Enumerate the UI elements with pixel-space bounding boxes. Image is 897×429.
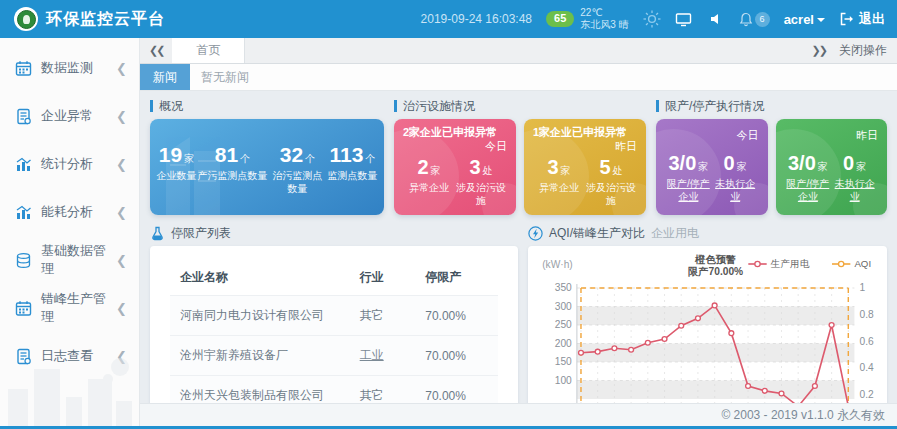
sidebar: 数据监测❮企业异常❮统计分析❮能耗分析❮基础数据管理❮错峰生产管理❮日志查看❮	[0, 38, 140, 429]
legend-item-production[interactable]: 生产用电	[748, 259, 810, 270]
card-stat-label[interactable]: 未执行企业	[831, 178, 878, 203]
svg-text:250: 250	[555, 320, 572, 331]
weather-text: 22℃ 东北风3 晴	[580, 7, 628, 32]
tabs-scroll-right-button[interactable]: ❯❯	[803, 44, 835, 57]
sun-icon	[643, 10, 661, 28]
period-label: 昨日	[533, 139, 637, 154]
overview-stat: 19家企业数量	[157, 143, 197, 183]
svg-text:生产用电: 生产用电	[770, 259, 810, 270]
logout-icon	[839, 12, 854, 26]
industry-value: 其它	[360, 308, 384, 322]
table-row: 河南同力电力设计有限公司其它70.00%	[170, 296, 498, 336]
aqi-chart-panel: 35030025020015010010.80.60.40.2(kW·h)橙色预…	[528, 246, 887, 426]
calendar-icon	[15, 300, 32, 317]
industry-value[interactable]: 工业	[360, 348, 384, 362]
svg-text:(kW·h): (kW·h)	[542, 259, 573, 270]
sidebar-item-5[interactable]: 基础数据管理❮	[0, 236, 139, 284]
card-stat-label[interactable]: 限产/停产企业	[785, 178, 832, 203]
period-label: 今日	[403, 139, 507, 154]
chevron-left-icon: ❮	[116, 109, 127, 124]
sidebar-item-2[interactable]: 企业异常❮	[0, 92, 139, 140]
limits-column-header: 企业名称	[170, 260, 354, 296]
logout-button[interactable]: 退出	[839, 10, 885, 28]
production-title: 限产/停产执行情况	[665, 98, 764, 115]
overview-stat: 32个治污监测点数量	[269, 143, 327, 195]
sidebar-item-4[interactable]: 能耗分析❮	[0, 188, 139, 236]
sidebar-item-6[interactable]: 错峰生产管理❮	[0, 284, 139, 332]
user-menu[interactable]: acrel	[784, 12, 825, 27]
app-title: 环保监控云平台	[46, 9, 165, 30]
news-bar: 新闻 暂无新闻	[140, 64, 897, 91]
company-name: 沧州宇新养殖设备厂	[170, 336, 354, 376]
treatment-title: 治污设施情况	[403, 98, 475, 115]
sidebar-item-label: 能耗分析	[41, 203, 93, 221]
card-stat-label: 涉及治污设施	[585, 182, 637, 207]
chevron-down-icon	[817, 18, 825, 22]
svg-text:0.4: 0.4	[860, 362, 875, 373]
svg-text:橙色预警: 橙色预警	[694, 254, 736, 265]
prod-card-昨日: 昨日3/0家限产/停产企业0家未执行企业	[776, 119, 888, 215]
card-stat: 0家未执行企业	[712, 152, 759, 203]
limits-column-header: 停限产	[419, 260, 498, 296]
sidebar-item-1[interactable]: 数据监测❮	[0, 44, 139, 92]
sidebar-item-label: 数据监测	[41, 59, 93, 77]
sidebar-item-label: 基础数据管理	[41, 242, 116, 278]
chevron-left-icon: ❮	[116, 61, 127, 76]
app-logo-icon	[14, 7, 38, 31]
news-badge: 新闻	[140, 64, 190, 90]
main-area: ❮❮ 首页 ❯❯ 关闭操作 新闻 暂无新闻 概况	[140, 38, 897, 429]
overview-card: 19家企业数量81个产污监测点数量32个治污监测点数量113个监测点数量	[150, 119, 384, 215]
chevron-left-icon: ❮	[116, 157, 127, 172]
legend-item-aqi[interactable]: AQI	[832, 259, 871, 270]
limits-table: 企业名称行业停限产 河南同力电力设计有限公司其它70.00%沧州宇新养殖设备厂工…	[170, 260, 498, 415]
svg-text:150: 150	[555, 357, 572, 368]
svg-text:1: 1	[860, 283, 866, 294]
bar-chart-icon	[15, 204, 32, 221]
section-treatment: 治污设施情况 2家企业已申报异常今日2家异常企业3处涉及治污设施1家企业已申报异…	[394, 97, 646, 215]
card-stat: 3处涉及治污设施	[455, 156, 507, 207]
aqi-chart-subtitle: 企业用电	[651, 225, 699, 242]
company-name: 河南同力电力设计有限公司	[170, 296, 354, 336]
prod-card-今日: 今日3/0家限产/停产企业0家未执行企业	[656, 119, 768, 215]
notifications-button[interactable]: 6	[739, 12, 770, 27]
svg-text:0.6: 0.6	[860, 336, 875, 347]
tabs-scroll-left-button[interactable]: ❮❮	[140, 44, 172, 57]
aqi-chart: 35030025020015010010.80.60.40.2(kW·h)橙色预…	[532, 252, 883, 424]
svg-text:350: 350	[555, 283, 572, 294]
app-window: 环保监控云平台 2019-09-24 16:03:48 65 22℃ 东北风3 …	[0, 0, 897, 429]
card-stat-label: 涉及治污设施	[455, 182, 507, 207]
card-stat: 3家异常企业	[533, 156, 585, 207]
card-stat-label: 异常企业	[409, 182, 449, 195]
limit-percentage: 70.00%	[419, 296, 498, 336]
notification-count-badge: 6	[755, 12, 770, 27]
tab-home[interactable]: 首页	[172, 38, 245, 63]
limits-table-title: 停限产列表	[171, 225, 231, 242]
section-overview: 概况 19家企业数量81个产污监测点数量32个治污监测点数量113个监测点数量	[150, 97, 384, 215]
chevron-left-icon: ❮	[116, 205, 127, 220]
chevron-left-icon: ❮	[116, 253, 127, 268]
database-icon	[15, 252, 32, 269]
dashboard-content: 概况 19家企业数量81个产污监测点数量32个治污监测点数量113个监测点数量 …	[140, 91, 897, 429]
sidebar-item-3[interactable]: 统计分析❮	[0, 140, 139, 188]
news-text: 暂无新闻	[201, 69, 249, 86]
card-stat-label: 异常企业	[539, 182, 579, 195]
monitor-icon[interactable]	[675, 10, 693, 28]
svg-text:300: 300	[555, 301, 572, 312]
card-stat-label[interactable]: 限产/停产企业	[665, 178, 712, 203]
username: acrel	[784, 12, 814, 27]
weather-widget: 65 22℃ 东北风3 晴	[546, 7, 629, 32]
card-stat: 2家异常企业	[403, 156, 455, 207]
close-operations-button[interactable]: 关闭操作	[835, 42, 897, 59]
speaker-icon[interactable]	[707, 10, 725, 28]
sidebar-item-label: 错峰生产管理	[41, 290, 116, 326]
limits-column-header: 行业	[354, 260, 420, 296]
svg-text:0.2: 0.2	[860, 389, 875, 400]
card-stat: 0家未执行企业	[831, 152, 878, 203]
tab-bar: ❮❮ 首页 ❯❯ 关闭操作	[140, 38, 897, 64]
svg-text:限产70.00%: 限产70.00%	[688, 266, 743, 277]
datetime: 2019-09-24 16:03:48	[421, 12, 532, 26]
overview-title: 概况	[159, 98, 183, 115]
card-stat-label[interactable]: 未执行企业	[712, 178, 759, 203]
footer-text: © 2003 - 2019 v1.1.0 永久有效	[721, 407, 885, 424]
aqi-badge: 65	[546, 11, 574, 27]
